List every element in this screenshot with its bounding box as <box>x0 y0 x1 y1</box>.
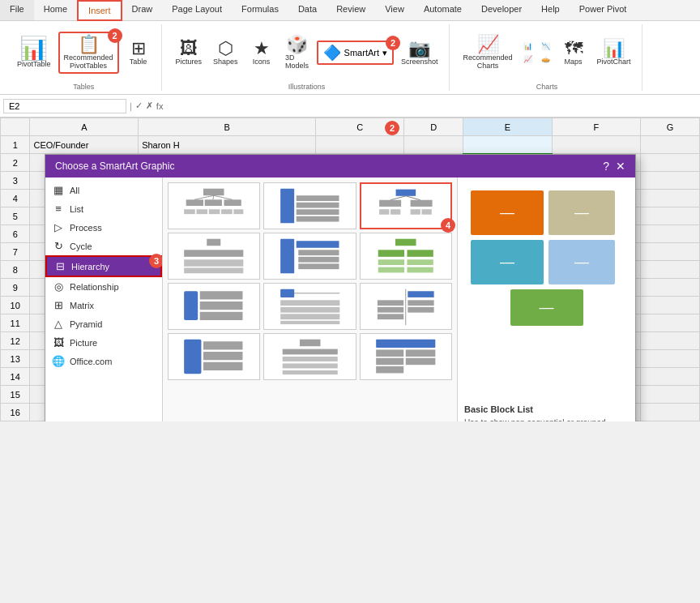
tab-data[interactable]: Data <box>288 0 327 20</box>
preview-block-1: — <box>471 190 544 235</box>
dialog-title-bar: Choose a SmartArt Graphic ? ✕ <box>45 155 635 177</box>
shapes-icon: ⬡ <box>218 40 233 58</box>
maps-button[interactable]: 🗺 Maps <box>557 37 590 68</box>
smartart-button[interactable]: 🔷 SmartArt ▾ <box>317 41 394 65</box>
step-badge-2b: 2 <box>386 36 400 50</box>
grid-item-3[interactable]: 4 <box>360 182 452 229</box>
svg-rect-64 <box>282 349 337 354</box>
cell-d1[interactable] <box>404 136 463 154</box>
cell-reference-input[interactable]: E2 <box>3 99 126 113</box>
cell-c1[interactable] <box>315 136 403 154</box>
cat-relationship[interactable]: ◎ Relationship <box>45 277 162 296</box>
svg-rect-21 <box>411 199 433 206</box>
dialog-title-text: Choose a SmartArt Graphic <box>55 160 174 172</box>
svg-rect-1 <box>186 199 203 206</box>
cat-relationship-label: Relationship <box>70 282 119 292</box>
svg-rect-42 <box>185 291 198 320</box>
cat-cycle[interactable]: ↻ Cycle <box>45 237 162 255</box>
shapes-button[interactable]: ⬡ Shapes <box>209 37 242 68</box>
grid-item-7[interactable] <box>168 283 260 330</box>
grid-item-11[interactable] <box>263 333 356 380</box>
column-chart-icon: 📊 <box>523 42 532 50</box>
cat-officecom-icon: 🌐 <box>52 355 65 367</box>
tab-developer[interactable]: Developer <box>472 0 531 20</box>
tab-insert[interactable]: Insert <box>77 0 122 21</box>
screenshot-button[interactable]: 📷 Screenshot <box>397 37 442 68</box>
pivottable-button[interactable]: 📊 PivotTable <box>13 35 55 71</box>
cat-list[interactable]: ≡ List <box>45 199 162 218</box>
grid-item-6[interactable] <box>360 233 452 280</box>
tab-draw[interactable]: Draw <box>122 0 163 20</box>
svg-rect-40 <box>378 267 404 272</box>
dialog-close-button[interactable]: ✕ <box>616 160 625 173</box>
tab-powerpivot[interactable]: Power Pivot <box>570 0 637 20</box>
grid-item-12[interactable] <box>360 333 452 380</box>
cell-g3[interactable] <box>641 172 700 190</box>
svg-rect-50 <box>280 314 339 319</box>
tab-formulas[interactable]: Formulas <box>232 0 288 20</box>
3dmodels-button[interactable]: 🎲 3DModels <box>281 33 314 72</box>
pictures-button[interactable]: 🖼 Pictures <box>172 37 207 68</box>
cell-e1[interactable] <box>463 136 552 154</box>
cat-picture-label: Picture <box>70 338 97 348</box>
preview-block-2: — <box>548 190 615 235</box>
cell-a1[interactable]: CEO/Founder <box>30 136 139 154</box>
cat-matrix[interactable]: ⊞ Matrix <box>45 296 162 314</box>
cell-b1[interactable]: Sharon H <box>139 136 316 154</box>
grid-item-2[interactable] <box>263 182 356 229</box>
svg-line-6 <box>214 195 233 199</box>
cell-f1[interactable] <box>552 136 640 154</box>
cat-hierarchy-label: Hierarchy <box>71 262 109 272</box>
ribbon-tabs: File Home Insert Draw Page Layout Formul… <box>0 0 700 21</box>
tab-automate[interactable]: Automate <box>414 0 472 20</box>
recommended-charts-button[interactable]: 📈 RecommendedCharts <box>459 33 517 72</box>
recommended-pivottables-button[interactable]: 📋 RecommendedPivotTables 2 <box>58 32 119 74</box>
cell-g1[interactable] <box>641 136 700 154</box>
tab-pagelayout[interactable]: Page Layout <box>162 0 232 20</box>
ribbon-group-illustrations: 🖼 Pictures ⬡ Shapes ★ Icons 🎲 3DModels <box>165 24 450 91</box>
ribbon-content: 📊 PivotTable 📋 RecommendedPivotTables 2 … <box>0 21 700 94</box>
bar-chart-button[interactable]: 📉 <box>538 41 554 52</box>
table-row: 1 CEO/Founder Sharon H <box>1 136 700 154</box>
cat-process[interactable]: ▷ Process <box>45 218 162 237</box>
preview-block-4: — <box>548 240 615 284</box>
tab-help[interactable]: Help <box>531 0 570 20</box>
tab-review[interactable]: Review <box>327 0 375 20</box>
svg-rect-38 <box>378 259 404 265</box>
svg-rect-29 <box>185 267 244 273</box>
cat-picture[interactable]: 🖼 Picture <box>45 333 162 352</box>
pivotchart-icon: 📊 <box>603 40 625 58</box>
cat-hierarchy-icon: ⊟ <box>53 260 66 272</box>
tab-file[interactable]: File <box>0 0 34 20</box>
table-button[interactable]: ⊞ Table <box>122 37 155 68</box>
svg-rect-58 <box>378 314 403 319</box>
tab-home[interactable]: Home <box>34 0 77 20</box>
cat-pyramid[interactable]: △ Pyramid <box>45 314 162 333</box>
grid-item-1[interactable] <box>168 182 260 229</box>
svg-rect-11 <box>234 209 244 214</box>
grid-item-5[interactable] <box>263 233 356 280</box>
tab-view[interactable]: View <box>375 0 414 20</box>
recommended-charts-icon: 📈 <box>477 36 499 53</box>
bar-chart-icon: 📉 <box>541 42 550 50</box>
formula-separator: | <box>130 101 132 111</box>
cat-all[interactable]: ▦ All <box>45 181 162 199</box>
column-chart-button[interactable]: 📊 <box>520 41 536 52</box>
cat-cycle-label: Cycle <box>70 242 92 251</box>
grid-item-10[interactable] <box>168 333 260 380</box>
grid-item-9[interactable] <box>360 283 452 330</box>
pivotchart-button[interactable]: 📊 PivotChart <box>593 37 635 68</box>
icons-button[interactable]: ★ Icons <box>245 37 278 68</box>
dialog-help-button[interactable]: ? <box>603 160 609 173</box>
cell-g2[interactable] <box>641 154 700 172</box>
line-chart-icon: 📈 <box>523 55 532 63</box>
grid-item-8[interactable] <box>263 283 356 330</box>
pie-chart-button[interactable]: 🥧 <box>538 53 554 65</box>
formula-input[interactable] <box>166 100 697 113</box>
svg-rect-47 <box>280 289 294 297</box>
grid-item-4[interactable] <box>168 233 260 280</box>
preview-panel: — — — — — <box>457 177 635 421</box>
cat-officecom[interactable]: 🌐 Office.com <box>45 352 162 370</box>
line-chart-button[interactable]: 📈 <box>520 53 536 65</box>
cat-hierarchy[interactable]: ⊟ Hierarchy 3 <box>45 255 162 277</box>
